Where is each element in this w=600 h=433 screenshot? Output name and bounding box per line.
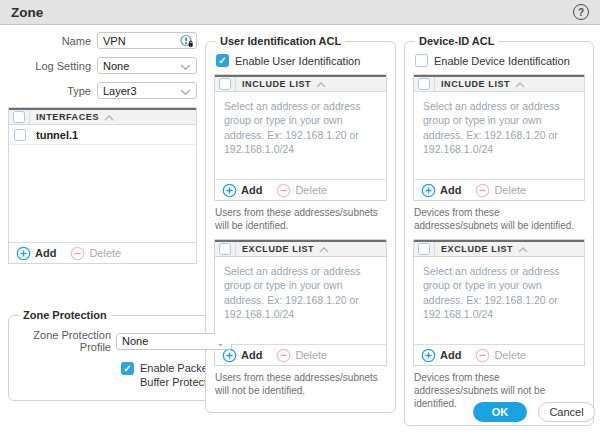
enable-device-identification-row: Enable Device Identification	[415, 54, 585, 67]
minus-circle-icon	[475, 348, 490, 363]
plus-circle-icon	[421, 348, 436, 363]
device-include-list-body[interactable]: Select an address or address group or ty…	[414, 92, 584, 179]
minus-circle-icon	[276, 348, 291, 363]
enable-device-identification-label: Enable Device Identification	[434, 55, 570, 67]
user-acl-legend: User Identification ACL	[216, 35, 345, 47]
device-acl-fieldset: Device-ID ACL Enable Device Identificati…	[404, 35, 594, 426]
device-exclude-column-header[interactable]: EXCLUDE LIST	[441, 244, 513, 254]
user-exclude-list-body[interactable]: Select an address or address group or ty…	[215, 257, 386, 344]
user-exclude-listbox: EXCLUDE LIST Select an address or addres…	[214, 239, 387, 366]
minus-circle-icon	[475, 183, 490, 198]
list-placeholder: Select an address or address group or ty…	[215, 92, 386, 157]
user-acl-column: User Identification ACL Enable User Iden…	[205, 32, 396, 426]
interfaces-header-row: INTERFACES	[9, 108, 196, 125]
add-button[interactable]: Add	[421, 348, 461, 363]
device-exclude-list-body[interactable]: Select an address or address group or ty…	[414, 257, 584, 344]
device-acl-legend: Device-ID ACL	[415, 35, 498, 47]
add-button[interactable]: Add	[222, 183, 262, 198]
interfaces-select-all-cell	[9, 110, 30, 124]
device-include-column-header[interactable]: INCLUDE LIST	[441, 79, 510, 89]
left-column: Name Log Setting None	[8, 32, 197, 426]
minus-circle-icon	[70, 246, 85, 261]
delete-button[interactable]: Delete	[475, 183, 526, 198]
interfaces-column-header[interactable]: INTERFACES	[36, 112, 99, 122]
interfaces-listbox: INTERFACES tunnel.1 Add	[8, 107, 197, 264]
interfaces-list-footer: Add Delete	[9, 242, 196, 263]
table-row[interactable]: tunnel.1	[9, 125, 196, 145]
enable-user-identification-row: Enable User Identification	[216, 54, 387, 67]
user-exclude-footer: Add Delete	[215, 344, 386, 365]
device-include-caption: Devices from these addresses/subnets wil…	[414, 206, 584, 232]
plus-circle-icon	[16, 246, 31, 261]
add-button[interactable]: Add	[222, 348, 262, 363]
log-setting-row: Log Setting None	[8, 57, 197, 74]
device-exclude-header-row: EXCLUDE LIST	[414, 240, 584, 257]
type-label: Type	[8, 85, 97, 97]
select-all-cell	[215, 242, 236, 256]
zone-protection-legend: Zone Protection	[19, 309, 111, 321]
select-all-cell	[414, 77, 435, 91]
plus-circle-icon	[421, 183, 436, 198]
sort-asc-icon[interactable]	[319, 247, 329, 253]
user-include-listbox: INCLUDE LIST Select an address or addres…	[214, 74, 387, 201]
zone-protection-profile-label: Zone Protection Profile	[17, 329, 116, 353]
log-setting-select[interactable]: None	[97, 57, 197, 74]
list-placeholder: Select an address or address group or ty…	[414, 92, 584, 157]
sort-asc-icon[interactable]	[104, 115, 114, 121]
add-button[interactable]: Add	[16, 246, 56, 261]
user-include-select-all-checkbox[interactable]	[219, 78, 231, 90]
name-label: Name	[8, 35, 97, 47]
device-exclude-select-all-checkbox[interactable]	[418, 243, 430, 255]
delete-button[interactable]: Delete	[276, 348, 327, 363]
user-exclude-select-all-checkbox[interactable]	[219, 243, 231, 255]
select-all-cell	[215, 77, 236, 91]
user-include-header-row: INCLUDE LIST	[215, 75, 386, 92]
enable-user-identification-checkbox[interactable]	[216, 54, 229, 67]
delete-button[interactable]: Delete	[276, 183, 327, 198]
add-button[interactable]: Add	[421, 183, 461, 198]
audit-lock-icon	[180, 34, 194, 48]
user-include-footer: Add Delete	[215, 179, 386, 200]
device-include-header-row: INCLUDE LIST	[414, 75, 584, 92]
device-include-listbox: INCLUDE LIST Select an address or addres…	[413, 74, 585, 201]
log-setting-value: None	[103, 60, 129, 72]
row-checkbox-cell	[9, 129, 30, 141]
enable-device-identification-checkbox[interactable]	[415, 54, 428, 67]
sort-asc-icon[interactable]	[316, 82, 326, 88]
type-select[interactable]: Layer3	[97, 82, 197, 99]
list-placeholder: Select an address or address group or ty…	[414, 257, 584, 322]
delete-button[interactable]: Delete	[70, 246, 121, 261]
ok-button[interactable]: OK	[473, 402, 527, 422]
cancel-button[interactable]: Cancel	[538, 402, 595, 422]
device-exclude-footer: Add Delete	[414, 344, 584, 365]
user-exclude-column-header[interactable]: EXCLUDE LIST	[242, 244, 314, 254]
interfaces-list-body: tunnel.1	[9, 125, 196, 242]
device-acl-column: Device-ID ACL Enable Device Identificati…	[404, 32, 594, 426]
dialog-header: Zone ?	[0, 0, 600, 25]
delete-button[interactable]: Delete	[475, 348, 526, 363]
help-icon[interactable]: ?	[573, 4, 589, 20]
row-checkbox[interactable]	[14, 129, 26, 141]
zone-protection-profile-row: Zone Protection Profile None	[17, 329, 232, 353]
name-input-wrap	[97, 32, 197, 49]
chevron-down-icon	[180, 89, 191, 96]
chevron-down-icon	[180, 64, 191, 71]
interface-name: tunnel.1	[36, 129, 78, 141]
sort-asc-icon[interactable]	[515, 82, 525, 88]
device-include-select-all-checkbox[interactable]	[418, 78, 430, 90]
packet-buffer-checkbox[interactable]	[121, 362, 134, 375]
enable-user-identification-label: Enable User Identification	[235, 55, 360, 67]
page-title: Zone	[11, 5, 43, 20]
user-exclude-caption: Users from these addresses/subnets will …	[215, 371, 386, 397]
sort-asc-icon[interactable]	[518, 247, 528, 253]
name-input[interactable]	[103, 35, 180, 47]
user-include-list-body[interactable]: Select an address or address group or ty…	[215, 92, 386, 179]
user-include-column-header[interactable]: INCLUDE LIST	[242, 79, 311, 89]
list-placeholder: Select an address or address group or ty…	[215, 257, 386, 322]
log-setting-label: Log Setting	[8, 60, 97, 72]
type-row: Type Layer3	[8, 82, 197, 99]
user-include-caption: Users from these addresses/subnets will …	[215, 206, 386, 232]
interfaces-select-all-checkbox[interactable]	[13, 111, 25, 123]
device-exclude-listbox: EXCLUDE LIST Select an address or addres…	[413, 239, 585, 366]
zone-dialog: Zone ? Name Log Setting	[0, 0, 600, 433]
